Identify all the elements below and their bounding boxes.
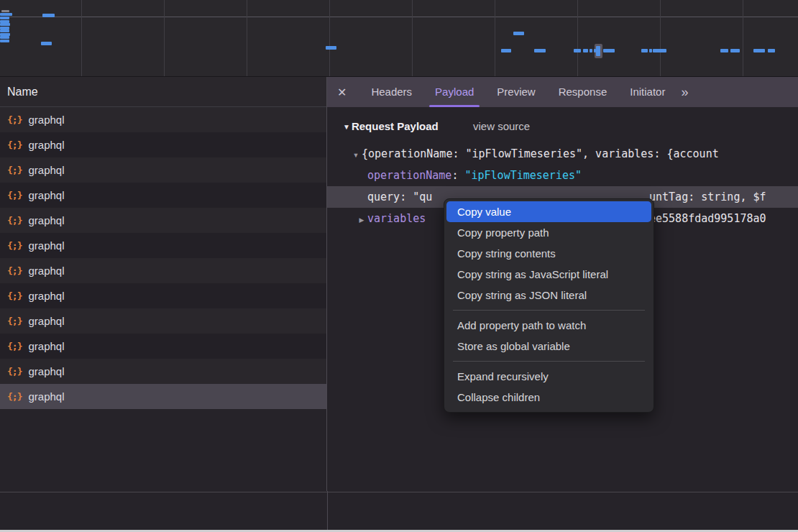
context-menu: Copy valueCopy property pathCopy string … <box>444 198 654 413</box>
menu-item-copy-property-path[interactable]: Copy property path <box>446 222 651 243</box>
request-row[interactable]: {;}graphql <box>0 132 326 157</box>
menu-item-expand-recursively[interactable]: Expand recursively <box>446 366 651 387</box>
waterfall-bar <box>513 32 524 35</box>
menu-separator <box>453 310 645 311</box>
view-source-link[interactable]: view source <box>473 120 530 132</box>
network-overview-timeline[interactable] <box>0 0 798 77</box>
overview-horizontal-gridline <box>0 17 798 17</box>
waterfall-bar <box>41 42 52 45</box>
menu-item-copy-string-as-json-literal[interactable]: Copy string as JSON literal <box>446 285 651 306</box>
panel-divider <box>327 491 328 530</box>
request-name-label: graphql <box>28 208 64 233</box>
waterfall-bar <box>768 49 775 52</box>
request-name-label: graphql <box>28 157 64 183</box>
section-expanded-icon: ▼ <box>343 123 350 131</box>
query-value-continued: untTag: string, $f <box>649 186 766 208</box>
menu-item-collapse-children[interactable]: Collapse children <box>446 387 651 408</box>
waterfall-bar <box>596 46 600 56</box>
waterfall-bar <box>730 49 740 52</box>
json-braces-icon: {;} <box>7 183 22 208</box>
overview-gridline <box>660 0 661 76</box>
key-separator: : <box>400 191 413 203</box>
overview-grey-tick <box>1 10 9 12</box>
details-tabbar: ✕ HeadersPayloadPreviewResponseInitiator… <box>327 77 798 107</box>
waterfall-bar <box>641 49 648 52</box>
tab-response[interactable]: Response <box>547 77 619 107</box>
request-payload-section[interactable]: ▼Request Payload view source <box>327 116 798 137</box>
name-column-label: Name <box>7 86 38 98</box>
menu-item-copy-string-contents[interactable]: Copy string contents <box>446 243 651 264</box>
request-row[interactable]: {;}graphql <box>0 107 326 132</box>
waterfall-bar <box>590 49 592 52</box>
request-name-label: graphql <box>28 258 64 283</box>
request-name-label: graphql <box>28 384 64 409</box>
request-row[interactable]: {;}graphql <box>0 308 326 334</box>
request-row[interactable]: {;}graphql <box>0 208 326 233</box>
close-icon[interactable]: ✕ <box>337 86 347 99</box>
request-row[interactable]: {;}graphql <box>0 183 326 208</box>
waterfall-bar <box>753 49 765 52</box>
json-braces-icon: {;} <box>7 384 22 409</box>
property-value-string: "ipFlowTimeseries" <box>464 169 582 182</box>
expanded-triangle-icon: ▼ <box>350 145 362 166</box>
overview-gridline <box>495 0 495 76</box>
menu-item-store-as-global-variable[interactable]: Store as global variable <box>446 336 651 357</box>
request-row[interactable]: {;}graphql <box>0 258 326 283</box>
tab-headers[interactable]: Headers <box>359 77 423 107</box>
request-name-label: graphql <box>28 233 64 258</box>
property-key: operationName <box>367 169 451 182</box>
waterfall-bar <box>574 49 581 52</box>
tab-payload[interactable]: Payload <box>423 77 485 107</box>
request-name-label: graphql <box>28 334 64 359</box>
json-braces-icon: {;} <box>7 334 22 359</box>
waterfall-bar <box>0 40 9 42</box>
root-object-preview: {operationName: "ipFlowTimeseries", vari… <box>362 147 719 160</box>
waterfall-bar <box>326 46 336 50</box>
request-name-label: graphql <box>28 183 64 208</box>
waterfall-bar <box>42 14 55 17</box>
overview-gridline <box>247 0 247 76</box>
waterfall-bar <box>603 49 615 52</box>
json-braces-icon: {;} <box>7 107 22 132</box>
json-braces-icon: {;} <box>7 208 22 233</box>
overview-gridline <box>743 0 743 76</box>
waterfall-bar <box>0 36 9 39</box>
menu-item-add-property-path-to-watch[interactable]: Add property path to watch <box>446 315 651 336</box>
request-row[interactable]: {;}graphql <box>0 359 326 384</box>
requests-list-panel: Name {;}graphql{;}graphql{;}graphql{;}gr… <box>0 77 327 491</box>
devtools-network-window: Name {;}graphql{;}graphql{;}graphql{;}gr… <box>0 0 798 532</box>
waterfall-bar <box>501 49 511 52</box>
menu-item-copy-string-as-javascript-literal[interactable]: Copy string as JavaScript literal <box>446 264 651 285</box>
json-braces-icon: {;} <box>7 157 22 183</box>
property-key: query <box>367 191 400 203</box>
request-name-label: graphql <box>28 283 64 308</box>
json-braces-icon: {;} <box>7 132 22 157</box>
request-row[interactable]: {;}graphql <box>0 334 326 359</box>
more-tabs-icon[interactable]: » <box>681 85 687 100</box>
menu-item-copy-value[interactable]: Copy value <box>446 201 651 222</box>
waterfall-bar <box>0 23 10 26</box>
json-braces-icon: {;} <box>7 359 22 384</box>
overview-gridline <box>81 0 82 76</box>
menu-separator <box>453 361 645 362</box>
request-row[interactable]: {;}graphql <box>0 283 326 308</box>
request-name-label: graphql <box>28 107 64 132</box>
operation-name-row[interactable]: operationName: "ipFlowTimeseries" <box>327 165 798 186</box>
tab-initiator[interactable]: Initiator <box>618 77 677 107</box>
property-key: variables <box>367 212 426 225</box>
request-name-label: graphql <box>28 359 64 384</box>
request-row[interactable]: {;}graphql <box>0 157 326 183</box>
request-name-label: graphql <box>28 308 64 334</box>
waterfall-bar <box>0 13 12 16</box>
payload-root-row[interactable]: ▼{operationName: "ipFlowTimeseries", var… <box>327 143 798 165</box>
tab-preview[interactable]: Preview <box>485 77 546 107</box>
json-braces-icon: {;} <box>7 308 22 334</box>
waterfall-bar <box>0 29 9 32</box>
json-braces-icon: {;} <box>7 283 22 308</box>
collapsed-triangle-icon: ▶ <box>356 209 367 231</box>
request-row[interactable]: {;}graphql <box>0 233 326 258</box>
waterfall-bar <box>583 49 588 52</box>
name-column-header[interactable]: Name <box>0 77 326 107</box>
waterfall-bar <box>0 17 9 19</box>
request-row[interactable]: {;}graphql <box>0 384 326 409</box>
